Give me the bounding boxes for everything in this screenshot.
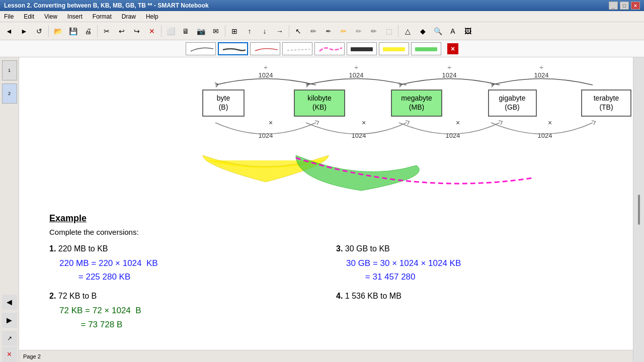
instruction-text: Complete the conversions: bbox=[49, 228, 623, 236]
print-button[interactable]: 🖨 bbox=[81, 24, 95, 38]
problem-2: 2. 72 KB to B 72 KB = 72 × 1024 B = 73 7… bbox=[49, 292, 336, 331]
svg-rect-1 bbox=[351, 47, 373, 51]
back-button[interactable]: ◄ bbox=[2, 24, 16, 38]
pen-style-yellow-marker[interactable] bbox=[379, 42, 409, 55]
toolbar-separator-2 bbox=[97, 25, 98, 37]
page-thumbnail-2[interactable]: 2 bbox=[2, 83, 17, 104]
status-text: Page 2 bbox=[23, 353, 41, 359]
select-tool[interactable]: ↖ bbox=[291, 24, 305, 38]
svg-text:÷: ÷ bbox=[354, 64, 358, 71]
svg-text:(GB): (GB) bbox=[505, 103, 520, 111]
svg-text:1024: 1024 bbox=[446, 132, 460, 139]
page-thumbnail-1[interactable]: 1 bbox=[2, 60, 17, 80]
problem-1-line2: = 225 280 KB bbox=[59, 270, 336, 284]
svg-text:1024: 1024 bbox=[259, 132, 273, 139]
open-button[interactable]: 📂 bbox=[51, 24, 65, 38]
right-sidebar bbox=[633, 57, 644, 362]
svg-text:(B): (B) bbox=[219, 103, 228, 111]
svg-text:terabyte: terabyte bbox=[594, 94, 619, 102]
sidebar-close[interactable]: × bbox=[2, 347, 17, 362]
problem-4-question: 1 536 KB to MB bbox=[345, 292, 401, 300]
svg-text:gigabyte: gigabyte bbox=[499, 94, 526, 102]
pen-tool-1[interactable]: ✏ bbox=[306, 24, 320, 38]
svg-text:÷: ÷ bbox=[264, 64, 267, 71]
problem-1-header: 1. 220 MB to KB bbox=[49, 244, 336, 253]
problem-1-number: 1. bbox=[49, 244, 56, 253]
scrollbar-thumb[interactable] bbox=[638, 195, 640, 225]
minimize-button[interactable]: _ bbox=[609, 2, 618, 10]
share-button[interactable]: ✉ bbox=[209, 24, 223, 38]
arrow-right-btn[interactable]: → bbox=[273, 24, 287, 38]
pen-style-2[interactable] bbox=[218, 42, 248, 55]
svg-text:kilobyte: kilobyte bbox=[307, 94, 332, 102]
pen-style-3[interactable] bbox=[250, 42, 280, 55]
camera-button[interactable]: 📷 bbox=[194, 24, 208, 38]
image-button[interactable]: 🖼 bbox=[461, 24, 475, 38]
svg-text:byte: byte bbox=[217, 94, 230, 102]
pen-tool-3[interactable]: ✏ bbox=[337, 24, 351, 38]
toolbar-separator-3 bbox=[161, 25, 162, 37]
svg-text:×: × bbox=[362, 119, 366, 127]
svg-text:megabyte: megabyte bbox=[401, 94, 432, 102]
menu-view[interactable]: View bbox=[42, 12, 59, 21]
forward-button[interactable]: ► bbox=[17, 24, 31, 38]
pen-style-1[interactable] bbox=[186, 42, 216, 55]
sidebar-nav-left[interactable]: ◄ bbox=[2, 295, 17, 310]
menu-edit[interactable]: Edit bbox=[22, 12, 36, 21]
arrow-down-button[interactable]: ↓ bbox=[258, 24, 272, 38]
cut-button[interactable]: ✂ bbox=[100, 24, 114, 38]
table-button[interactable]: ⊞ bbox=[227, 24, 242, 38]
close-button[interactable]: × bbox=[631, 2, 640, 10]
problem-3-header: 3. 30 GB to KB bbox=[336, 244, 623, 253]
svg-text:1024: 1024 bbox=[538, 132, 552, 139]
text-color-button[interactable]: A bbox=[446, 24, 460, 38]
problem-3: 3. 30 GB to KB 30 GB = 30 × 1024 × 1024 … bbox=[336, 244, 623, 284]
toolbar-separator-1 bbox=[48, 25, 49, 37]
redo-button[interactable]: ↪ bbox=[130, 24, 144, 38]
sidebar-nav-right[interactable]: ► bbox=[2, 313, 17, 328]
problem-2-header: 2. 72 KB to B bbox=[49, 292, 336, 301]
problem-1-work: 220 MB = 220 × 1024 KB = 225 280 KB bbox=[49, 256, 336, 284]
pen-style-green-marker[interactable] bbox=[411, 42, 441, 55]
display-button[interactable]: 🖥 bbox=[179, 24, 193, 38]
svg-text:(KB): (KB) bbox=[312, 103, 327, 111]
save-button[interactable]: 💾 bbox=[66, 24, 80, 38]
problem-2-work: 72 KB = 72 × 1024 B = 73 728 B bbox=[49, 304, 336, 331]
problem-1-question: 220 MB to KB bbox=[58, 244, 108, 253]
problem-2-line2: = 73 728 B bbox=[59, 318, 336, 331]
window-controls[interactable]: _ □ × bbox=[609, 2, 640, 10]
pen-style-black-marker[interactable] bbox=[347, 42, 377, 55]
menu-draw[interactable]: Draw bbox=[120, 12, 138, 21]
svg-text:1024: 1024 bbox=[352, 132, 366, 139]
pen-style-5[interactable] bbox=[314, 42, 345, 55]
menu-format[interactable]: Format bbox=[91, 12, 114, 21]
bottom-bar: Page 2 bbox=[19, 350, 633, 362]
menu-insert[interactable]: Insert bbox=[65, 12, 85, 21]
problems-grid: 1. 220 MB to KB 220 MB = 220 × 1024 KB =… bbox=[49, 244, 623, 339]
svg-text:(TB): (TB) bbox=[599, 103, 613, 111]
problem-4-header: 4. 1 536 KB to MB bbox=[336, 292, 623, 301]
shapes-button[interactable]: △ bbox=[400, 24, 415, 38]
sidebar-share[interactable]: ↗ bbox=[2, 331, 17, 346]
pen-style-4[interactable] bbox=[282, 42, 312, 55]
svg-text:(MB): (MB) bbox=[409, 103, 424, 111]
maximize-button[interactable]: □ bbox=[620, 2, 629, 10]
menu-help[interactable]: Help bbox=[144, 12, 160, 21]
undo-button[interactable]: ↩ bbox=[115, 24, 129, 38]
zoom-button[interactable]: 🔍 bbox=[431, 24, 445, 38]
menu-file[interactable]: File bbox=[2, 12, 16, 21]
arrow-up-button[interactable]: ↑ bbox=[243, 24, 257, 38]
pen-toolbar-close[interactable]: × bbox=[447, 43, 458, 54]
pen-tool-4[interactable]: ✏ bbox=[352, 24, 366, 38]
canvas-area[interactable]: ÷ 1024 ÷ 1024 ÷ 1024 ÷ 1024 bbox=[19, 57, 633, 362]
title-bar: Lesson 2. Converting between B, KB, MB, … bbox=[0, 0, 644, 11]
pen-tool-2[interactable]: ✒ bbox=[321, 24, 336, 38]
svg-line-0 bbox=[287, 49, 310, 50]
problem-3-question: 30 GB to KB bbox=[345, 244, 390, 253]
fill-button[interactable]: ◆ bbox=[416, 24, 430, 38]
delete-button[interactable]: ✕ bbox=[145, 24, 159, 38]
eraser-tool[interactable]: ⬚ bbox=[382, 24, 396, 38]
refresh-button[interactable]: ↺ bbox=[32, 24, 46, 38]
pen-tool-5[interactable]: ✏ bbox=[367, 24, 381, 38]
screen-button[interactable]: ⬜ bbox=[164, 24, 178, 38]
